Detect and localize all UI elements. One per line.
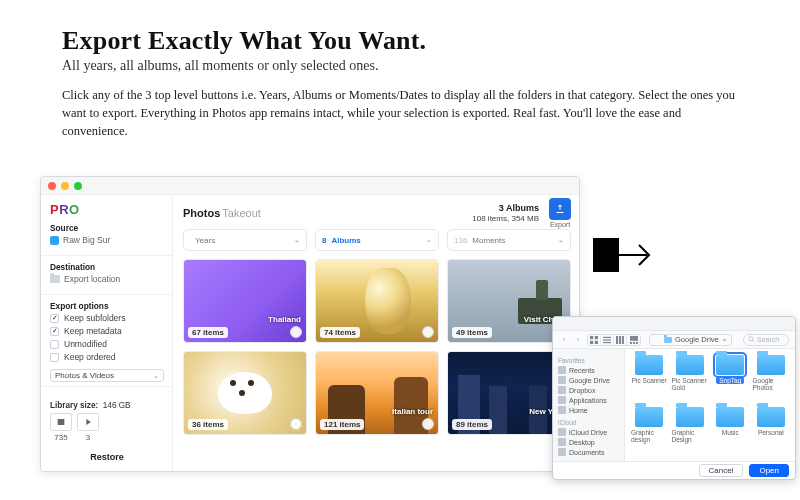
folder-icon	[757, 355, 785, 375]
select-checkbox[interactable]	[422, 326, 434, 338]
svg-rect-3	[595, 336, 598, 339]
svg-rect-9	[616, 336, 618, 344]
item-count-badge: 49 items	[452, 327, 492, 338]
forward-button[interactable]: ›	[573, 334, 583, 346]
item-count-badge: 36 items	[188, 419, 228, 430]
album-tile[interactable]: 74 items	[315, 259, 439, 343]
path-control[interactable]: Google Drive	[649, 334, 732, 346]
finder-folder[interactable]: Google Photos	[753, 355, 790, 403]
finder-folder[interactable]: Pic Scanner Gold	[672, 355, 709, 403]
option-label: Keep metadata	[64, 326, 122, 336]
photos-count: 735	[50, 433, 72, 442]
svg-rect-13	[630, 342, 632, 344]
category-tabs: Years⌄8Albums⌄136Moments⌄	[183, 229, 571, 251]
folder-label: Pic Scanner	[632, 377, 667, 384]
close-traffic-light[interactable]	[48, 182, 56, 190]
sidebar-icon	[558, 396, 566, 404]
finder-folder[interactable]: Pic Scanner	[631, 355, 668, 403]
list-view-icon[interactable]	[601, 335, 614, 345]
folder-label: Graphic Design	[672, 429, 709, 443]
restore-button[interactable]: Restore	[82, 449, 132, 465]
sidebar-icon	[558, 386, 566, 394]
album-tile[interactable]: 36 items	[183, 351, 307, 435]
sidebar-favorite[interactable]: Home	[558, 405, 619, 415]
chevron-down-icon: ⌄	[558, 236, 564, 244]
finder-footer: Cancel Open	[553, 461, 795, 479]
finder-dialog: ‹ › Google Drive Search Favorites Recent…	[552, 316, 796, 480]
svg-rect-11	[622, 336, 624, 344]
tab-years[interactable]: Years⌄	[183, 229, 307, 251]
checkbox-icon	[50, 340, 59, 349]
media-type-select[interactable]: Photos & Videos⌄	[50, 369, 164, 382]
select-checkbox[interactable]	[290, 418, 302, 430]
folder-label: Music	[722, 429, 739, 436]
checkbox-icon	[50, 314, 59, 323]
source-label: Source	[50, 223, 164, 233]
page-title: PhotosTakeout	[183, 207, 261, 219]
sidebar-favorite[interactable]: Google Drive	[558, 375, 619, 385]
finder-toolbar: ‹ › Google Drive Search	[553, 331, 795, 349]
sidebar-icon	[558, 366, 566, 374]
open-button[interactable]: Open	[749, 464, 789, 477]
sidebar-icon	[558, 448, 566, 456]
folder-icon	[757, 407, 785, 427]
export-icon	[554, 203, 566, 215]
sidebar-icloud[interactable]: iCloud Drive	[558, 427, 619, 437]
finder-folder[interactable]: Personal	[753, 407, 790, 455]
item-count-badge: 121 items	[320, 419, 364, 430]
export-option[interactable]: Keep subfolders	[50, 313, 164, 323]
svg-rect-6	[603, 336, 611, 337]
folder-label: Personal	[758, 429, 784, 436]
folder-label: Graphic design	[631, 429, 668, 443]
album-caption: Thailand	[268, 315, 301, 324]
select-checkbox[interactable]	[290, 326, 302, 338]
export-options-label: Export options	[50, 301, 164, 311]
finder-folder[interactable]: Graphic Design	[672, 407, 709, 455]
svg-line-17	[752, 340, 754, 342]
sidebar-icloud[interactable]: Documents	[558, 447, 619, 457]
finder-folder[interactable]: Music	[712, 407, 749, 455]
library-icon	[50, 236, 59, 245]
view-mode-segment[interactable]	[587, 334, 641, 346]
zoom-traffic-light[interactable]	[74, 182, 82, 190]
videos-count: 3	[77, 433, 99, 442]
folder-icon	[716, 355, 744, 375]
export-option[interactable]: Keep metadata	[50, 326, 164, 336]
finder-folder[interactable]: Graphic design	[631, 407, 668, 455]
checkbox-icon	[50, 327, 59, 336]
column-view-icon[interactable]	[614, 335, 627, 345]
app-logo: PRO	[50, 202, 164, 217]
gallery-view-icon[interactable]	[627, 335, 640, 345]
sidebar-icon	[558, 438, 566, 446]
search-field[interactable]: Search	[743, 334, 789, 346]
sidebar-favorite[interactable]: Dropbox	[558, 385, 619, 395]
chevron-down-icon: ⌄	[153, 372, 159, 380]
icon-view-icon[interactable]	[588, 335, 601, 345]
destination-row[interactable]: Export location	[50, 274, 164, 284]
tab-moments[interactable]: 136Moments⌄	[447, 229, 571, 251]
select-checkbox[interactable]	[422, 418, 434, 430]
back-button[interactable]: ‹	[559, 334, 569, 346]
export-option[interactable]: Keep ordered	[50, 352, 164, 362]
source-row[interactable]: Raw Big Sur	[50, 235, 164, 245]
sidebar-icloud[interactable]: Desktop	[558, 437, 619, 447]
album-tile[interactable]: 67 items Thailand	[183, 259, 307, 343]
folder-label: Pic Scanner Gold	[672, 377, 709, 391]
sidebar-favorite[interactable]: Applications	[558, 395, 619, 405]
export-button[interactable]	[549, 198, 571, 220]
album-tile[interactable]: 121 items Italian tour	[315, 351, 439, 435]
option-label: Unmodified	[64, 339, 107, 349]
folder-icon	[50, 275, 60, 283]
cancel-button[interactable]: Cancel	[699, 464, 744, 477]
headline: Export Exactly What You Want.	[62, 26, 740, 56]
tab-albums[interactable]: 8Albums⌄	[315, 229, 439, 251]
sidebar-favorite[interactable]: Recents	[558, 365, 619, 375]
app-window: PRO Source Raw Big Sur Destination Expor…	[40, 176, 580, 472]
export-option[interactable]: Unmodified	[50, 339, 164, 349]
item-count-badge: 89 items	[452, 419, 492, 430]
sidebar-icon	[558, 376, 566, 384]
minimize-traffic-light[interactable]	[61, 182, 69, 190]
flow-arrow-icon	[593, 232, 655, 278]
finder-folder[interactable]: SnpTag	[712, 355, 749, 403]
icloud-group-label: iCloud	[558, 419, 619, 426]
